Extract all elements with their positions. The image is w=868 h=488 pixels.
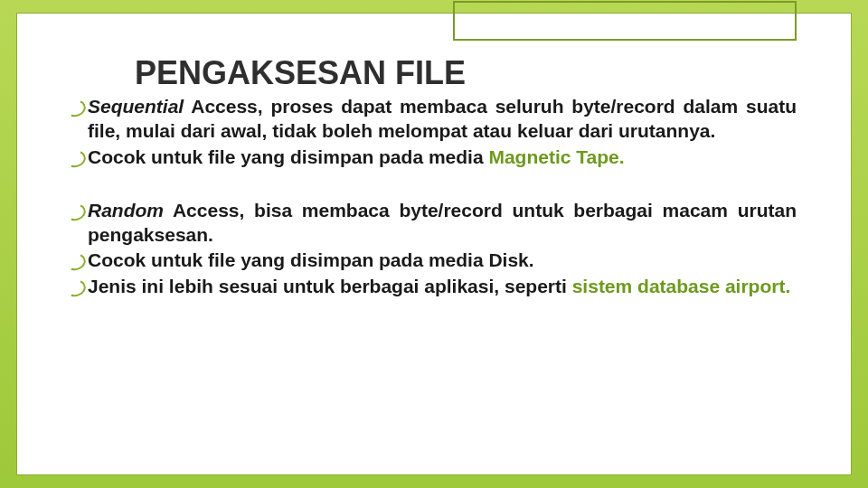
highlight-text: Magnetic Tape. bbox=[488, 146, 624, 167]
bullet-item: Sequential Access, proses dapat membaca … bbox=[88, 95, 797, 144]
bullet-item: Cocok untuk file yang disimpan pada medi… bbox=[88, 145, 797, 170]
bullet-item: Cocok untuk file yang disimpan pada medi… bbox=[88, 249, 797, 273]
term-italic: Random bbox=[88, 200, 164, 221]
term-bold: Access, bbox=[164, 200, 244, 221]
slide-frame: PENGAKSESAN FILE Sequential Access, pros… bbox=[16, 13, 852, 475]
slide-title: PENGAKSESAN FILE bbox=[135, 54, 466, 92]
bullet-item: Jenis ini lebih sesuai untuk berbagai ap… bbox=[88, 275, 797, 299]
paragraph-sequential: Sequential Access, proses dapat membaca … bbox=[88, 95, 797, 170]
term-italic: Sequential bbox=[88, 96, 184, 117]
paragraph-random: Random Access, bisa membaca byte/record … bbox=[88, 199, 797, 300]
bullet-item: Random Access, bisa membaca byte/record … bbox=[88, 199, 797, 248]
term-bold: Access, bbox=[184, 96, 262, 117]
title-accent-box bbox=[453, 1, 797, 41]
slide-content: Sequential Access, proses dapat membaca … bbox=[88, 95, 797, 321]
body-text: Cocok untuk file yang disimpan pada medi… bbox=[88, 249, 534, 270]
highlight-text: sistem database airport. bbox=[572, 276, 791, 296]
body-text: Cocok untuk file yang disimpan pada medi… bbox=[88, 146, 488, 167]
body-text: Jenis ini lebih sesuai untuk berbagai ap… bbox=[88, 276, 572, 296]
